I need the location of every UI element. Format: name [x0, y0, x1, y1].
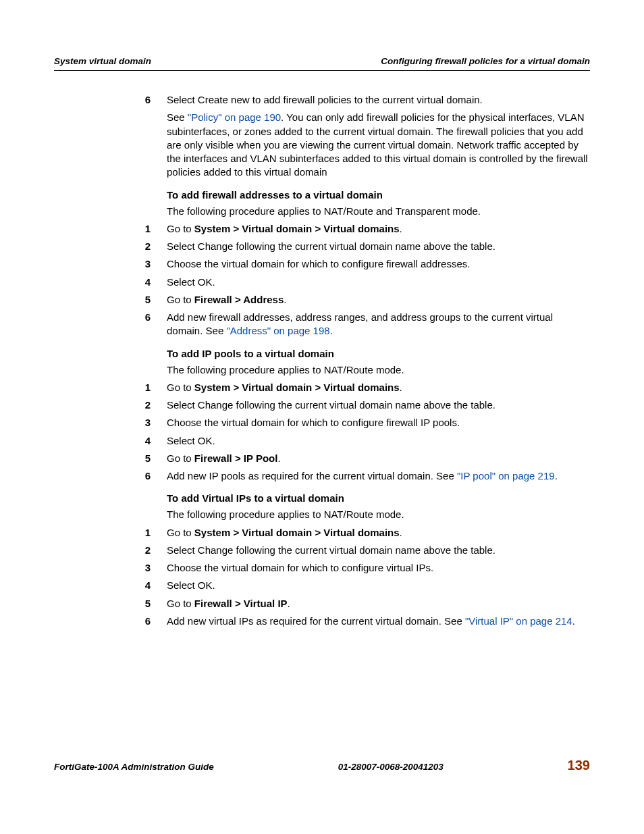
text: Add new firewall addresses, address rang… [167, 311, 553, 336]
cross-ref-link[interactable]: "Policy" on page 190 [188, 111, 281, 123]
text: . [330, 325, 333, 336]
step-number: 6 [54, 615, 167, 628]
step-text: Choose the virtual domain for which to c… [167, 416, 590, 429]
gutter [54, 492, 167, 504]
step-row: 3 Choose the virtual domain for which to… [54, 416, 590, 429]
step-text: Go to System > Virtual domain > Virtual … [167, 381, 590, 394]
menu-path: Firewall > IP Pool [194, 452, 278, 464]
step-row: 5 Go to Firewall > Virtual IP. [54, 597, 590, 610]
step-row: 6 Add new IP pools as required for the c… [54, 469, 590, 483]
paragraph-text: See "Policy" on page 190. You can only a… [167, 111, 590, 179]
menu-path: Firewall > Address [194, 294, 284, 305]
step-text: Select OK. [167, 434, 590, 448]
header-rule [54, 70, 590, 71]
step-number: 2 [54, 398, 167, 412]
step-number: 3 [54, 416, 167, 429]
paragraph-text: The following procedure applies to NAT/R… [167, 508, 590, 521]
gutter [54, 111, 167, 179]
step-number: 2 [54, 240, 167, 253]
page-content: 6 Select Create new to add firewall poli… [54, 93, 590, 632]
procedure-heading: To add firewall addresses to a virtual d… [167, 189, 383, 201]
procedure-heading-row: To add Virtual IPs to a virtual domain [54, 492, 590, 504]
gutter [54, 363, 167, 377]
step-number: 5 [54, 597, 167, 610]
text: . [284, 294, 286, 305]
document-page: System virtual domain Configuring firewa… [0, 0, 644, 834]
page-footer: FortiGate-100A Administration Guide 01-2… [54, 758, 590, 773]
step-text: Go to Firewall > IP Pool. [167, 452, 590, 465]
step-text: Go to System > Virtual domain > Virtual … [167, 526, 590, 540]
step-row: 4 Select OK. [54, 434, 590, 448]
step-text: Select Create new to add firewall polici… [167, 93, 590, 107]
gutter [54, 508, 167, 521]
step-row: 2 Select Change following the current vi… [54, 544, 590, 557]
menu-path: Firewall > Virtual IP [194, 598, 288, 609]
text: . [400, 382, 402, 393]
step-row: 3 Choose the virtual domain for which to… [54, 561, 590, 575]
step-text: Go to Firewall > Address. [167, 293, 590, 307]
text: See [167, 111, 188, 123]
step-text: Add new virtual IPs as required for the … [167, 615, 590, 628]
step-row: 5 Go to Firewall > IP Pool. [54, 452, 590, 465]
cross-ref-link[interactable]: "Address" on page 198 [226, 325, 329, 336]
step-number: 2 [54, 544, 167, 557]
text: Add new IP pools as required for the cur… [167, 470, 457, 481]
paragraph-text: The following procedure applies to NAT/R… [167, 205, 590, 218]
text: . [277, 452, 280, 464]
step-number: 6 [54, 93, 167, 107]
step-text: Select OK. [167, 579, 590, 592]
step-number: 1 [54, 381, 167, 394]
footer-doc-title: FortiGate-100A Administration Guide [54, 762, 214, 772]
text: . [288, 598, 290, 609]
text: Go to [167, 382, 194, 393]
step-text: Select Change following the current virt… [167, 240, 590, 253]
step-row: 6 Select Create new to add firewall poli… [54, 93, 590, 107]
text: Go to [167, 598, 194, 609]
text: . [400, 223, 402, 234]
step-text: Add new IP pools as required for the cur… [167, 469, 590, 483]
text: . [572, 615, 575, 627]
text: Go to [167, 527, 194, 538]
step-number: 5 [54, 452, 167, 465]
step-row: 1 Go to System > Virtual domain > Virtua… [54, 526, 590, 540]
step-number: 3 [54, 561, 167, 575]
paragraph-text: The following procedure applies to NAT/R… [167, 363, 590, 377]
step-row: 1 Go to System > Virtual domain > Virtua… [54, 381, 590, 394]
text: Go to [167, 452, 194, 464]
procedure-heading: To add IP pools to a virtual domain [167, 348, 334, 359]
step-number: 3 [54, 257, 167, 271]
step-number: 4 [54, 579, 167, 592]
step-text: Go to System > Virtual domain > Virtual … [167, 222, 590, 236]
step-row: 5 Go to Firewall > Address. [54, 293, 590, 307]
procedure-heading-row: To add IP pools to a virtual domain [54, 348, 590, 359]
step-text: Choose the virtual domain for which to c… [167, 561, 590, 575]
step-text: Select OK. [167, 276, 590, 289]
gutter [54, 189, 167, 201]
step-row: 6 Add new firewall addresses, address ra… [54, 311, 590, 338]
page-header: System virtual domain Configuring firewa… [54, 56, 590, 66]
step-text: Go to Firewall > Virtual IP. [167, 597, 590, 610]
step-number: 5 [54, 293, 167, 307]
paragraph-row: See "Policy" on page 190. You can only a… [54, 111, 590, 179]
step-row: 4 Select OK. [54, 579, 590, 592]
step-row: 2 Select Change following the current vi… [54, 240, 590, 253]
header-right: Configuring firewall policies for a virt… [381, 56, 590, 66]
footer-page-number: 139 [568, 758, 590, 773]
step-row: 1 Go to System > Virtual domain > Virtua… [54, 222, 590, 236]
text: . [400, 527, 402, 538]
paragraph-row: The following procedure applies to NAT/R… [54, 363, 590, 377]
gutter [54, 205, 167, 218]
procedure-heading-row: To add firewall addresses to a virtual d… [54, 189, 590, 201]
paragraph-row: The following procedure applies to NAT/R… [54, 508, 590, 521]
cross-ref-link[interactable]: "IP pool" on page 219 [457, 470, 555, 481]
step-row: 3 Choose the virtual domain for which to… [54, 257, 590, 271]
step-text: Choose the virtual domain for which to c… [167, 257, 590, 271]
step-text: Select Change following the current virt… [167, 544, 590, 557]
menu-path: System > Virtual domain > Virtual domain… [194, 382, 400, 393]
cross-ref-link[interactable]: "Virtual IP" on page 214 [465, 615, 572, 627]
gutter [54, 348, 167, 359]
step-number: 4 [54, 434, 167, 448]
step-number: 6 [54, 311, 167, 338]
text: . [555, 470, 558, 481]
text: Add new virtual IPs as required for the … [167, 615, 465, 627]
